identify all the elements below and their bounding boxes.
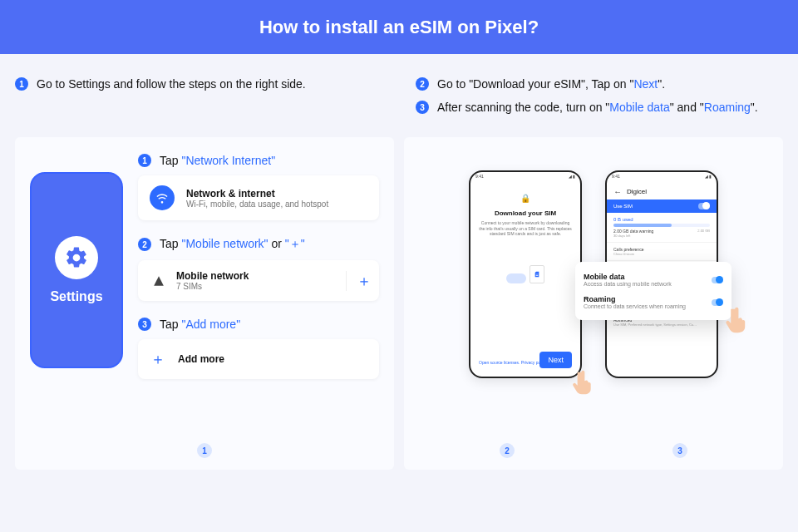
instructions-right: 2 Go to "Download your eSIM", Tap on "Ne…: [416, 77, 783, 124]
panel-2-footer: 2 3: [404, 443, 783, 458]
step-1-text: Tap "Network Internet": [160, 154, 275, 167]
toggle-on-icon[interactable]: [712, 299, 723, 306]
instruction-1-text: Go to Settings and follow the steps on t…: [37, 77, 306, 91]
step-number-badge: 2: [416, 77, 429, 91]
card-sub: Wi-Fi, mobile, data usage, and hotspot: [186, 200, 328, 209]
step-number-badge: 1: [15, 77, 28, 91]
page-title: How to install an eSIM on Pixel?: [259, 17, 539, 38]
instruction-3-text: After scanning the code, turn on "Mobile…: [437, 101, 758, 114]
panel-1-footer: 1: [15, 443, 394, 458]
instruction-2-text: Go to "Download your eSIM", Tap on "Next…: [437, 77, 665, 91]
step-3-text: Tap "Add more": [160, 318, 240, 331]
next-link: Next: [633, 77, 658, 91]
pointer-hand-icon: [723, 307, 751, 335]
settings-label: Settings: [50, 289, 102, 304]
mobile-network-card[interactable]: Mobile network 7 SIMs ＋: [138, 260, 379, 301]
use-sim-row[interactable]: Use SIM: [607, 200, 717, 213]
panel-number-badge: 3: [672, 443, 687, 458]
phone-download-sim: 9:41◢ ▮ 🔒 Download your SIM Connect to y…: [469, 170, 582, 378]
toggle-on-icon[interactable]: [712, 277, 723, 283]
download-title: Download your SIM: [479, 209, 572, 217]
instructions: 1 Go to Settings and follow the steps on…: [0, 54, 798, 137]
next-button[interactable]: Next: [539, 352, 572, 368]
sim-card-icon: [530, 265, 544, 283]
panels: Settings 1 Tap "Network Internet" Networ…: [0, 137, 798, 470]
card-sub: 7 SIMs: [176, 282, 249, 291]
data-usage-section: 0 B used 2.00 GB data warning 30 days le…: [607, 213, 717, 243]
instructions-left: 1 Go to Settings and follow the steps on…: [15, 77, 382, 124]
step-2-text: Tap "Mobile network" or "＋": [160, 237, 305, 252]
mobile-data-link: Mobile data: [609, 101, 669, 114]
wifi-icon: [150, 185, 175, 210]
phone-digicel-wrap: 9:41◢ ▮ ← Digicel Use SIM 0 B used: [605, 170, 718, 378]
panel-settings-steps: Settings 1 Tap "Network Internet" Networ…: [15, 137, 394, 470]
pointer-hand-icon: [570, 370, 597, 397]
toggle-overlay: Mobile data Access data using mobile net…: [575, 262, 732, 320]
step-number-badge: 3: [416, 101, 429, 114]
step-1: 1 Tap "Network Internet" Network & inter…: [138, 154, 379, 220]
qr-illustration: [479, 265, 572, 283]
gear-icon: [55, 236, 98, 279]
panel-number-badge: 2: [500, 443, 515, 458]
card-title: Network & internet: [186, 188, 328, 200]
step-number-badge: 3: [138, 318, 151, 331]
card-title: Mobile network: [176, 270, 249, 282]
step-2: 2 Tap "Mobile network" or "＋" Mobile net…: [138, 237, 379, 301]
signal-icon: [153, 275, 165, 287]
plus-icon: ＋: [150, 349, 166, 369]
step-3: 3 Tap "Add more" ＋ Add more: [138, 318, 379, 379]
step-number-badge: 1: [138, 154, 151, 167]
mobile-data-row[interactable]: Mobile data Access data using mobile net…: [584, 268, 723, 291]
plus-icon[interactable]: ＋: [346, 271, 367, 291]
step-number-badge: 2: [138, 238, 151, 251]
status-bar: 9:41◢ ▮: [475, 174, 575, 179]
back-icon[interactable]: ←: [613, 187, 622, 196]
cloud-icon: [506, 273, 526, 283]
roaming-row[interactable]: Roaming Connect to data services when ro…: [584, 291, 723, 313]
network-internet-card[interactable]: Network & internet Wi-Fi, mobile, data u…: [138, 175, 379, 220]
roaming-link: Roaming: [704, 101, 751, 114]
instruction-3: 3 After scanning the code, turn on "Mobi…: [416, 101, 783, 114]
panel-number-badge: 1: [197, 443, 212, 458]
privacy-links[interactable]: Open source licenses. Privacy polic: [479, 360, 544, 365]
usage-bar: [613, 224, 710, 227]
calls-preference-row[interactable]: Calls preference China Unicom: [607, 243, 717, 261]
instruction-2: 2 Go to "Download your eSIM", Tap on "Ne…: [416, 77, 783, 91]
phone-settings-mock: Settings: [30, 172, 123, 368]
status-bar: 9:41◢ ▮: [612, 174, 712, 179]
add-more-card[interactable]: ＋ Add more: [138, 339, 379, 379]
lock-icon: 🔒: [479, 194, 572, 203]
card-title: Add more: [178, 353, 224, 365]
phone-download-wrap: 9:41◢ ▮ 🔒 Download your SIM Connect to y…: [469, 170, 582, 378]
instruction-1: 1 Go to Settings and follow the steps on…: [15, 77, 382, 91]
panel-phone-mocks: 9:41◢ ▮ 🔒 Download your SIM Connect to y…: [404, 137, 783, 470]
download-desc: Connect to your mobile network by downlo…: [479, 220, 572, 237]
page-header: How to install an eSIM on Pixel?: [0, 0, 798, 54]
toggle-on-icon[interactable]: [698, 203, 710, 209]
settings-steps: 1 Tap "Network Internet" Network & inter…: [138, 154, 379, 396]
screen-title: Digicel: [627, 188, 647, 195]
